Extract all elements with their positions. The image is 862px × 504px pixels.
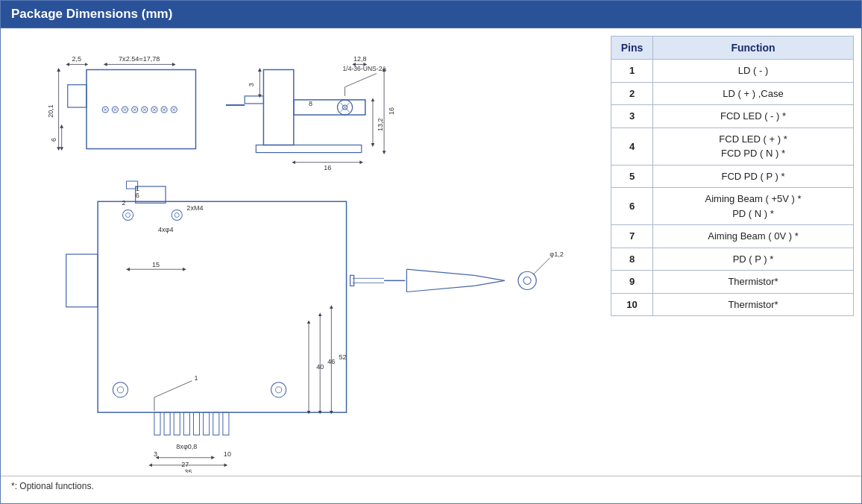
svg-line-107: [533, 258, 550, 274]
svg-point-67: [113, 382, 128, 397]
svg-rect-75: [193, 412, 199, 435]
pin-number: 2: [611, 82, 653, 105]
svg-text:4xφ4: 4xφ4: [158, 226, 174, 233]
pin-function: Aiming Beam ( 0V ) *: [653, 225, 854, 248]
footer-note: *: Optional functions.: [1, 476, 861, 497]
title-bar: Package Dimensions (mm): [1, 1, 861, 28]
svg-text:8xφ0,8: 8xφ0,8: [176, 443, 197, 450]
table-row: 1LD ( - ): [611, 60, 854, 83]
pin-function: Aiming Beam ( +5V ) *PD ( N ) *: [653, 188, 854, 225]
svg-line-101: [406, 286, 474, 292]
svg-text:1: 1: [194, 374, 198, 382]
svg-rect-73: [174, 412, 180, 435]
svg-rect-58: [66, 254, 98, 307]
footer-note-text: *: Optional functions.: [11, 481, 94, 491]
svg-rect-0: [86, 69, 196, 148]
table-row: 7Aiming Beam ( 0V ) *: [611, 225, 854, 248]
content-area: 2,5 7x2.54=17,78 20,1 6: [1, 28, 861, 476]
diagram-area: 2,5 7x2.54=17,78 20,1 6: [1, 28, 608, 476]
svg-point-63: [172, 210, 182, 220]
svg-rect-37: [256, 145, 361, 153]
pin-number: 1: [611, 60, 653, 83]
svg-point-106: [523, 277, 531, 284]
svg-text:20,1: 20,1: [47, 104, 54, 118]
svg-text:φ1,2: φ1,2: [550, 251, 564, 258]
pin-number: 7: [611, 225, 653, 248]
svg-text:3: 3: [154, 450, 157, 458]
pin-function: Thermistor*: [653, 293, 854, 316]
svg-text:6: 6: [136, 192, 139, 199]
svg-text:2xM4: 2xM4: [186, 204, 203, 212]
pin-number: 8: [611, 248, 653, 271]
svg-point-69: [271, 382, 286, 397]
page-title: Package Dimensions (mm): [11, 7, 172, 21]
svg-text:16: 16: [324, 164, 331, 171]
table-row: 3FCD LED ( - ) *: [611, 105, 854, 128]
svg-text:6: 6: [50, 138, 57, 142]
pin-function: FCD PD ( P ) *: [653, 165, 854, 188]
main-container: Package Dimensions (mm): [0, 0, 862, 504]
svg-line-104: [474, 280, 504, 286]
svg-line-44: [345, 74, 377, 87]
svg-point-62: [126, 212, 130, 217]
svg-rect-112: [350, 275, 354, 286]
svg-rect-72: [164, 412, 170, 435]
pin-number: 5: [611, 165, 653, 188]
table-row: 10Thermistor*: [611, 293, 854, 316]
pin-function: FCD LED ( - ) *: [653, 105, 854, 128]
svg-rect-74: [183, 412, 189, 435]
svg-point-70: [276, 387, 282, 393]
pins-header: Pins: [611, 37, 653, 60]
pin-number: 10: [611, 293, 653, 316]
table-row: 8PD ( P ) *: [611, 248, 854, 271]
svg-text:8: 8: [309, 100, 312, 107]
svg-text:15: 15: [152, 261, 160, 268]
svg-rect-35: [294, 100, 365, 115]
table-row: 6Aiming Beam ( +5V ) *PD ( N ) *: [611, 188, 854, 225]
svg-rect-59: [136, 186, 166, 203]
svg-point-61: [122, 210, 133, 220]
svg-rect-1: [68, 85, 86, 107]
svg-point-68: [117, 387, 123, 393]
svg-rect-57: [98, 201, 346, 412]
pin-number: 3: [611, 105, 653, 128]
pin-number: 6: [611, 188, 653, 225]
svg-rect-76: [204, 412, 210, 435]
function-header: Function: [653, 37, 854, 60]
pin-function: PD ( P ) *: [653, 248, 854, 271]
svg-text:52: 52: [339, 353, 346, 361]
pin-function: Thermistor*: [653, 271, 854, 294]
svg-text:13,2: 13,2: [377, 118, 384, 131]
table-row: 2LD ( + ) ,Case: [611, 82, 854, 105]
pin-function: LD ( + ) ,Case: [653, 82, 854, 105]
technical-drawing: 2,5 7x2.54=17,78 20,1 6: [8, 36, 602, 473]
svg-text:1: 1: [136, 185, 139, 192]
svg-text:2,5: 2,5: [72, 55, 82, 63]
svg-text:7x2.54=17,78: 7x2.54=17,78: [119, 55, 160, 63]
svg-text:12,8: 12,8: [353, 55, 367, 63]
pin-function: LD ( - ): [653, 60, 854, 83]
svg-rect-78: [223, 412, 229, 435]
svg-rect-77: [213, 412, 219, 435]
svg-line-100: [406, 269, 474, 275]
svg-point-64: [174, 212, 179, 217]
table-row: 9Thermistor*: [611, 271, 854, 294]
svg-line-103: [474, 275, 504, 280]
svg-text:16: 16: [388, 107, 395, 115]
pin-number: 4: [611, 127, 653, 165]
table-row: 5FCD PD ( P ) *: [611, 165, 854, 188]
pin-function-table: Pins Function 1LD ( - )2LD ( + ) ,Case3F…: [611, 36, 854, 316]
svg-rect-71: [154, 412, 160, 435]
svg-text:10: 10: [224, 450, 231, 458]
svg-text:27: 27: [181, 461, 189, 468]
table-row: 4FCD LED ( + ) *FCD PD ( N ) *: [611, 127, 854, 165]
svg-text:2: 2: [122, 199, 125, 207]
svg-text:3: 3: [248, 83, 255, 86]
svg-rect-34: [263, 69, 293, 145]
svg-text:1/4-36-UNS-2A: 1/4-36-UNS-2A: [343, 65, 387, 72]
svg-line-95: [154, 381, 192, 397]
svg-rect-36: [245, 96, 263, 104]
table-area: Pins Function 1LD ( - )2LD ( + ) ,Case3F…: [608, 28, 861, 476]
pin-function: FCD LED ( + ) *FCD PD ( N ) *: [653, 127, 854, 165]
svg-text:35: 35: [184, 468, 192, 473]
